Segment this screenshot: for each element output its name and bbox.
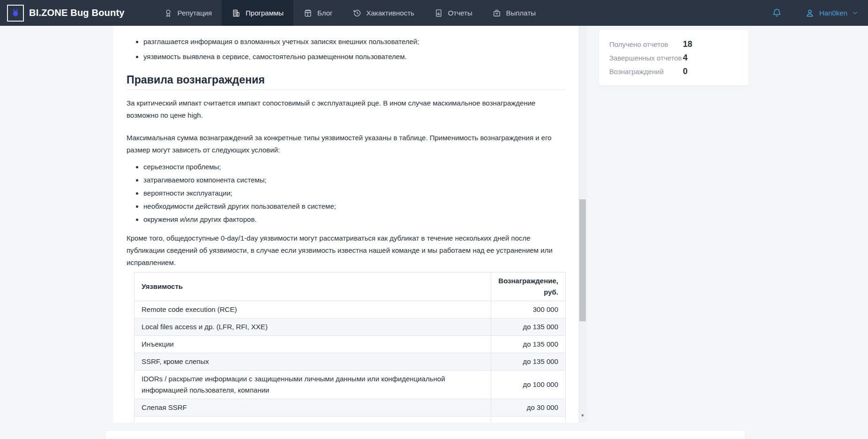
user-name: Han0ken — [819, 9, 847, 17]
nav-item-reputation[interactable]: Репутация — [154, 0, 222, 26]
nav-item-label: Программы — [246, 9, 284, 17]
rewards-table: Уязвимость Вознаграждение, руб. Remote c… — [134, 272, 566, 423]
building-icon — [232, 8, 241, 18]
nav-item-reports[interactable]: Отчеты — [424, 0, 482, 26]
column-header-vulnerability: Уязвимость — [135, 272, 491, 301]
table-row: IDORs / раскрытие информации с защищенны… — [135, 371, 566, 399]
vulnerability-cell: Local files access и др. (LFR, RFI, XXE) — [135, 318, 491, 336]
bug-icon — [11, 8, 20, 18]
nav-item-label: Репутация — [178, 9, 212, 17]
nav-menu: Репутация Программы Блог Хака — [154, 0, 546, 26]
stat-row-completed-reports: Завершенных отчетов 4 — [609, 53, 738, 63]
vulnerability-cell: IDORs / раскрытие информации с защищенны… — [135, 371, 491, 399]
column-header-reward: Вознаграждение, руб. — [491, 272, 566, 301]
vulnerability-cell — [135, 416, 491, 423]
table-row: Инъекции до 135 000 — [135, 336, 566, 353]
program-description: разглашается информация о взломанных уче… — [113, 26, 578, 423]
program-content-panel: разглашается информация о взломанных уче… — [113, 26, 587, 423]
table-row: SSRF, кроме слепых до 135 000 — [135, 353, 566, 371]
list-item: разглашается информация о взломанных уче… — [143, 36, 566, 47]
table-header-row: Уязвимость Вознаграждение, руб. — [135, 272, 566, 301]
reward-cell — [491, 416, 566, 423]
nav-item-programs[interactable]: Программы — [222, 0, 293, 26]
list-item: необходимости действий других пользовате… — [143, 201, 566, 212]
report-document-icon — [434, 8, 443, 18]
table-row: Слепая SSRF до 30 000 — [135, 399, 566, 416]
table-row: Remote code execution (RCE) 300 000 — [135, 301, 566, 318]
notifications-button[interactable] — [771, 8, 782, 18]
nav-item-payouts[interactable]: Выплаты — [482, 0, 546, 26]
stat-value: 18 — [683, 39, 692, 49]
top-navbar: BI.ZONE Bug Bounty Репутация Программы — [0, 0, 868, 26]
table-row — [135, 416, 566, 423]
nav-item-blog[interactable]: Блог — [293, 0, 342, 26]
bizone-logo — [7, 5, 24, 22]
chevron-down-icon — [852, 9, 859, 16]
scrollbar-down-arrow[interactable]: ▼ — [578, 414, 587, 418]
navbar-right: Han0ken — [771, 0, 868, 26]
stat-label: Получено отчетов — [609, 40, 683, 49]
bottom-panel — [105, 430, 745, 439]
heading-divider — [127, 90, 566, 90]
stat-row-received-reports: Получено отчетов 18 — [609, 39, 738, 49]
stat-label: Завершенных отчетов — [609, 53, 683, 62]
paragraph: Максимальная сумма вознаграждений за кон… — [127, 132, 566, 156]
stat-value: 4 — [683, 53, 688, 63]
reward-cell: до 30 000 — [491, 399, 566, 416]
content-scrollbar[interactable]: ▼ — [578, 26, 587, 423]
conditions-list: серьезности проблемы; затрагиваемого ком… — [134, 161, 566, 225]
stat-label: Вознаграждений — [609, 67, 683, 76]
scrollbar-thumb[interactable] — [579, 199, 586, 321]
brand[interactable]: BI.ZONE Bug Bounty — [0, 0, 125, 26]
user-menu[interactable]: Han0ken — [805, 8, 859, 18]
vulnerability-cell: Remote code execution (RCE) — [135, 301, 491, 318]
nav-item-label: Отчеты — [448, 9, 472, 17]
nav-item-label: Выплаты — [506, 9, 536, 17]
reward-cell: 300 000 — [491, 301, 566, 318]
list-item: вероятности эксплуатации; — [143, 188, 566, 199]
briefcase-icon — [492, 8, 501, 18]
paragraph: За критический импакт считается импакт с… — [127, 97, 566, 121]
reward-cell: до 135 000 — [491, 318, 566, 336]
nav-item-label: Хакактивность — [367, 9, 414, 17]
nav-item-hackactivity[interactable]: Хакактивность — [343, 0, 424, 26]
vulnerability-cell: Инъекции — [135, 336, 491, 353]
table-row: Local files access и др. (LFR, RFI, XXE)… — [135, 318, 566, 336]
reward-cell: до 100 000 — [491, 371, 566, 399]
stat-value: 0 — [683, 67, 688, 76]
nav-item-label: Блог — [317, 9, 332, 17]
user-icon — [805, 8, 815, 18]
list-item: окружения и/или других факторов. — [143, 214, 566, 225]
reward-cell: до 135 000 — [491, 353, 566, 371]
rewards-rules-heading: Правила вознаграждения — [127, 74, 566, 86]
list-item: серьезности проблемы; — [143, 161, 566, 173]
medal-icon — [164, 8, 173, 18]
vulnerability-cell: SSRF, кроме слепых — [135, 353, 491, 371]
journal-icon — [303, 8, 313, 18]
stat-row-rewards: Вознаграждений 0 — [609, 67, 738, 76]
list-item: затрагиваемого компонента системы; — [143, 174, 566, 186]
bell-icon — [771, 8, 782, 18]
list-item: уязвимость выявлена в сервисе, самостоят… — [143, 51, 566, 62]
program-stats-card: Получено отчетов 18 Завершенных отчетов … — [599, 29, 749, 86]
brand-title: BI.ZONE Bug Bounty — [29, 8, 125, 18]
paragraph: Кроме того, общедоступные 0-day/1-day уя… — [127, 232, 566, 269]
reward-cell: до 135 000 — [491, 336, 566, 353]
history-icon — [352, 8, 362, 18]
exclusions-list: разглашается информация о взломанных уче… — [134, 36, 566, 62]
vulnerability-cell: Слепая SSRF — [135, 399, 491, 416]
